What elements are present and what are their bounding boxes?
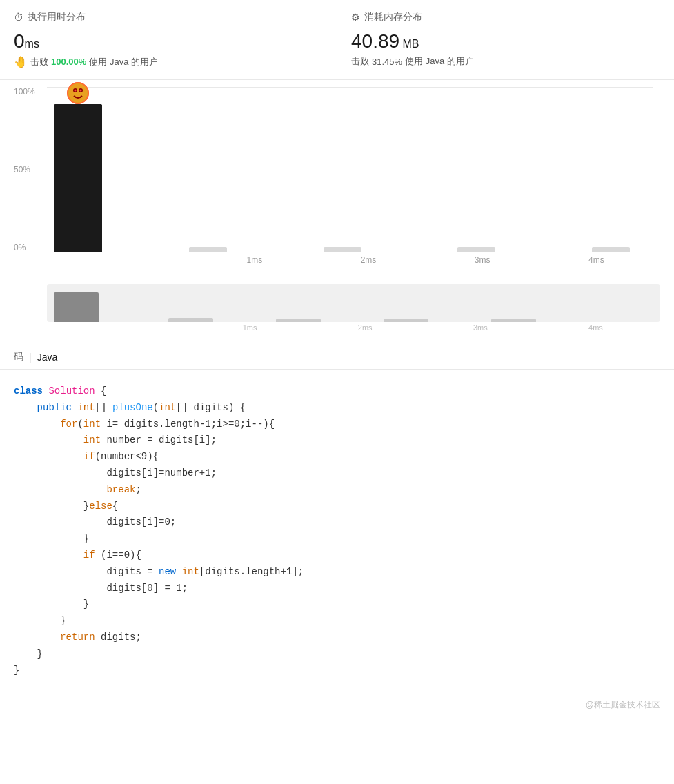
bar-0ms (54, 104, 102, 252)
mini-x-label-4ms: 4ms (538, 323, 653, 332)
time-beat-info: 🤚 击败 100.00% 使用 Java 的用户 (14, 55, 323, 68)
memory-value: 40.89 MB (351, 30, 660, 52)
minimap-bar-1 (168, 318, 213, 322)
code-line-9: digits[i]=0; (14, 514, 660, 531)
svg-point-4 (75, 90, 77, 92)
code-line-11: if (i==0){ (14, 547, 660, 564)
code-line-1: class Solution { (14, 383, 660, 400)
memory-icon: ⚙ (351, 12, 360, 23)
bar-4ms-fill (592, 247, 630, 252)
y-label-100: 100% (14, 87, 35, 97)
bar-1ms (172, 247, 244, 252)
mini-x-label-0 (54, 323, 192, 332)
minimap-section (47, 284, 660, 322)
mini-x-label-3ms: 3ms (423, 323, 538, 332)
code-line-4: int number = digits[i]; (14, 432, 660, 449)
minimap-x-labels: 1ms 2ms 3ms 4ms (47, 323, 660, 332)
minimap-bar-2 (276, 319, 321, 322)
svg-point-1 (68, 83, 88, 103)
bar-3ms-fill (457, 247, 495, 252)
bar-2ms (307, 247, 378, 252)
code-line-14: } (14, 596, 660, 613)
bar-4ms (575, 247, 646, 252)
x-label-1ms: 1ms (197, 255, 311, 265)
code-line-10: } (14, 531, 660, 547)
chart-area (47, 87, 653, 252)
code-line-7: break; (14, 482, 660, 499)
bar-0ms-fill (54, 104, 102, 252)
tab-java[interactable]: Java (37, 352, 58, 363)
code-line-6: digits[i]=number+1; (14, 465, 660, 482)
time-icon: ⏱ (14, 12, 23, 23)
chart-x-labels: 1ms 2ms 3ms 4ms (61, 252, 653, 265)
code-line-12: digits = new int[digits.length+1]; (14, 564, 660, 581)
code-line-16: return digits; (14, 630, 660, 646)
memory-stats-panel: ⚙ 消耗内存分布 40.89 MB 击败 31.45% 使用 Java 的用户 (337, 0, 674, 79)
x-label-4ms: 4ms (539, 255, 653, 265)
code-line-17: } (14, 646, 660, 663)
tab-breadcrumb: 码 (14, 351, 23, 363)
code-line-3: for(int i= digits.length-1;i>=0;i--){ (14, 416, 660, 433)
time-value: 0ms (14, 30, 323, 52)
watermark-text: @稀土掘金技术社区 (586, 700, 660, 710)
tab-divider: | (29, 352, 32, 363)
memory-beat-info: 击败 31.45% 使用 Java 的用户 (351, 55, 660, 68)
code-section: 码 | Java class Solution { public int[] p… (0, 345, 674, 692)
watermark: @稀土掘金技术社区 (0, 692, 674, 718)
svg-point-5 (80, 90, 82, 92)
chart-section: 100% 50% 0% (0, 80, 674, 280)
code-line-8: }else{ (14, 499, 660, 515)
bar-3ms (442, 247, 513, 252)
memory-stats-title: 消耗内存分布 (364, 11, 422, 23)
x-label-0 (61, 255, 197, 265)
y-label-0: 0% (14, 243, 35, 252)
code-line-18: } (14, 663, 660, 679)
minimap-bar-4 (491, 319, 536, 322)
code-tabs: 码 | Java (0, 345, 674, 370)
minimap-bar-dark (54, 292, 99, 322)
time-stats-panel: ⏱ 执行用时分布 0ms 🤚 击败 100.00% 使用 Java 的用户 (0, 0, 337, 79)
chart-y-labels: 100% 50% 0% (14, 87, 35, 252)
time-stats-title: 执行用时分布 (28, 11, 86, 23)
code-line-5: if(number<9){ (14, 449, 660, 465)
minimap-bar-3 (384, 319, 428, 322)
bar-1ms-fill (189, 247, 227, 252)
mini-x-label-2ms: 2ms (308, 323, 423, 332)
code-line-13: digits[0] = 1; (14, 581, 660, 597)
mini-x-label-1ms: 1ms (192, 323, 308, 332)
x-label-2ms: 2ms (311, 255, 425, 265)
x-label-3ms: 3ms (426, 255, 539, 265)
stats-section: ⏱ 执行用时分布 0ms 🤚 击败 100.00% 使用 Java 的用户 ⚙ … (0, 0, 674, 80)
bar-avatar (67, 82, 89, 104)
bar-2ms-fill (324, 247, 361, 252)
y-label-50: 50% (14, 165, 35, 174)
code-block: class Solution { public int[] plusOne(in… (0, 370, 674, 692)
bars-container (47, 87, 653, 252)
code-line-2: public int[] plusOne(int[] digits) { (14, 400, 660, 416)
time-stats-header: ⏱ 执行用时分布 (14, 11, 323, 23)
code-line-15: } (14, 613, 660, 630)
memory-stats-header: ⚙ 消耗内存分布 (351, 11, 660, 23)
beat-icon: 🤚 (14, 55, 28, 68)
